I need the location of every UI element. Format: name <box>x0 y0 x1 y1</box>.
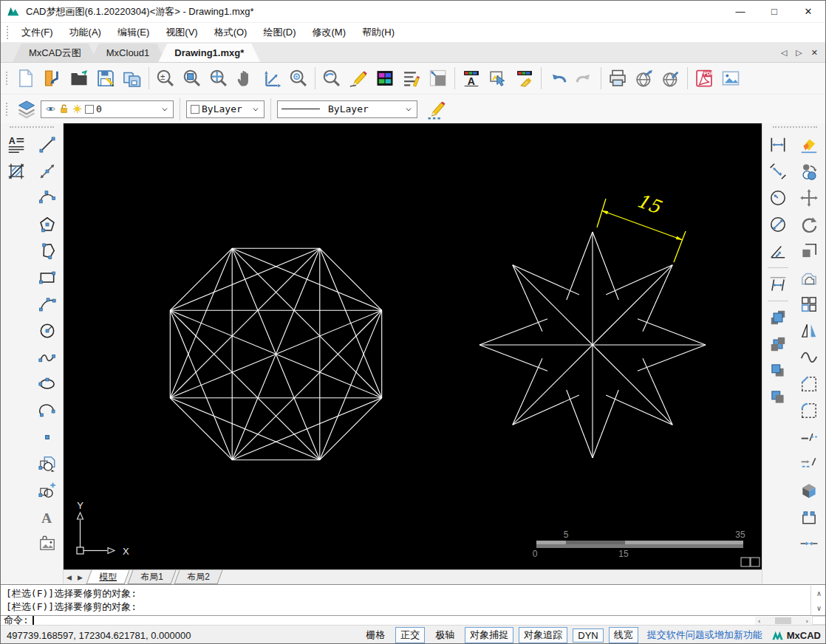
circle-button[interactable] <box>34 318 61 344</box>
dim-angular-button[interactable] <box>765 238 791 264</box>
tab-next-button[interactable]: ▷ <box>796 48 802 58</box>
dim-radius-button[interactable] <box>765 185 791 211</box>
status-toggle[interactable]: DYN <box>573 628 603 643</box>
layout-prev-button[interactable]: ◀ <box>64 574 75 581</box>
layer-combobox[interactable]: 0 <box>41 100 174 118</box>
linetype-manager-button[interactable] <box>398 65 425 92</box>
zoom-extents-button[interactable] <box>259 65 285 92</box>
property-paint-button[interactable] <box>422 96 450 123</box>
document-tab[interactable]: MxCAD云图 <box>13 44 98 62</box>
open-import-button[interactable] <box>39 65 66 92</box>
command-input-row[interactable]: 命令: <box>1 615 826 625</box>
color-combobox[interactable]: ByLayer <box>186 100 264 118</box>
layout-tab[interactable]: 布局2 <box>174 570 222 584</box>
text-button[interactable]: A <box>34 504 61 530</box>
scroll-right-icon[interactable]: › <box>805 617 809 625</box>
block-button[interactable] <box>34 451 61 477</box>
arc-3pt-button[interactable] <box>34 291 61 318</box>
menu-item[interactable]: 修改(M) <box>304 23 354 42</box>
menu-item[interactable]: 功能(A) <box>61 23 109 42</box>
drawing-canvas[interactable]: 15YX535015 <box>64 123 762 569</box>
insert-image-button[interactable] <box>717 65 744 92</box>
web-open-button[interactable] <box>658 65 684 92</box>
rotate-button[interactable] <box>796 211 822 238</box>
status-toggle[interactable]: 正交 <box>395 627 425 643</box>
redo-button[interactable] <box>571 65 598 92</box>
model-space-view[interactable]: 15YX535015 <box>64 123 762 569</box>
open-folder-button[interactable] <box>66 65 92 92</box>
export-pdf-button[interactable]: PDF <box>691 65 717 92</box>
save-as-button[interactable] <box>119 65 146 92</box>
array-button[interactable] <box>796 291 822 318</box>
menu-item[interactable]: 文件(F) <box>13 23 61 42</box>
document-tab[interactable]: MxCloud1 <box>90 44 166 62</box>
dim-continue-button[interactable] <box>765 271 791 298</box>
menu-item[interactable]: 视图(V) <box>157 23 205 42</box>
feedback-link[interactable]: 提交软件问题或增加新功能 <box>647 628 762 642</box>
octagon-star-drawing[interactable] <box>170 248 381 459</box>
spline-button[interactable] <box>34 344 61 371</box>
draw-pencil-button[interactable] <box>345 65 372 92</box>
break-at-point-button[interactable] <box>796 451 822 477</box>
scroll-down-icon[interactable]: ∨ <box>811 600 826 615</box>
linetype-combobox[interactable]: ByLayer <box>277 100 417 118</box>
order-back-button[interactable] <box>765 331 791 357</box>
mirror-button[interactable] <box>796 318 822 344</box>
color-palette-button[interactable] <box>372 65 398 92</box>
minimize-button[interactable]: — <box>723 1 757 22</box>
save-button[interactable] <box>92 65 119 92</box>
explode-button[interactable] <box>796 477 822 504</box>
menu-item[interactable]: 编辑(E) <box>109 23 157 42</box>
match-properties-button[interactable] <box>511 65 538 92</box>
scroll-up-icon[interactable]: ∧ <box>811 586 826 600</box>
break-button[interactable] <box>796 424 822 451</box>
status-toggle[interactable]: 线宽 <box>609 627 638 643</box>
polygon-button[interactable] <box>34 211 61 238</box>
layer-manager-button[interactable] <box>13 96 41 123</box>
image-ref-button[interactable] <box>34 530 61 557</box>
order-front-button[interactable] <box>765 304 791 331</box>
hatch-button[interactable] <box>3 158 30 185</box>
insert-block-button[interactable] <box>34 477 61 504</box>
rectangle-button[interactable] <box>34 264 61 291</box>
fillet-button[interactable] <box>796 397 822 424</box>
erase-button[interactable] <box>796 131 822 158</box>
command-vertical-scrollbar[interactable]: ∧ ∨ <box>810 586 826 615</box>
document-tab[interactable]: Drawing1.mxg* <box>158 44 260 62</box>
stretch-button[interactable] <box>796 504 822 530</box>
join-button[interactable] <box>796 530 822 557</box>
ray-button[interactable] <box>34 158 61 185</box>
layout-tab[interactable]: 布局1 <box>128 570 177 584</box>
scale-button[interactable] <box>796 238 822 264</box>
zoom-all-button[interactable] <box>205 65 232 92</box>
status-toggle[interactable]: 极轴 <box>430 627 460 643</box>
close-button[interactable]: ✕ <box>791 1 825 22</box>
eight-point-star-drawing[interactable] <box>479 232 706 458</box>
maximize-button[interactable]: □ <box>757 1 791 22</box>
offset-button[interactable] <box>796 264 822 291</box>
dim-aligned-button[interactable] <box>765 158 791 185</box>
line-button[interactable] <box>34 131 61 158</box>
viewport-box-button[interactable] <box>425 65 451 92</box>
fit-curve-button[interactable] <box>796 344 822 371</box>
zoom-window-button[interactable] <box>179 65 205 92</box>
text-style-button[interactable]: A <box>458 65 485 92</box>
copy-button[interactable] <box>796 158 822 185</box>
zoom-dynamic-button[interactable]: ± <box>152 65 179 92</box>
layout-tab[interactable]: 模型 <box>86 570 130 584</box>
tab-close-button[interactable]: ✕ <box>811 48 818 58</box>
status-toggle[interactable]: 栅格 <box>361 627 390 643</box>
dim-linear-button[interactable] <box>765 131 791 158</box>
arc-button[interactable] <box>34 185 61 211</box>
menu-item[interactable]: 格式(O) <box>206 23 256 42</box>
undo-button[interactable] <box>545 65 571 92</box>
menu-item[interactable]: 帮助(H) <box>354 23 403 42</box>
zoom-previous-button[interactable] <box>318 65 345 92</box>
web-publish-button[interactable] <box>631 65 658 92</box>
tab-prev-button[interactable]: ◁ <box>781 48 787 58</box>
text-multiline-button[interactable]: A <box>3 131 30 158</box>
zoom-center-button[interactable] <box>285 65 312 92</box>
print-button[interactable] <box>604 65 631 92</box>
order-above-button[interactable] <box>765 357 791 384</box>
chamfer-button[interactable] <box>796 371 822 397</box>
